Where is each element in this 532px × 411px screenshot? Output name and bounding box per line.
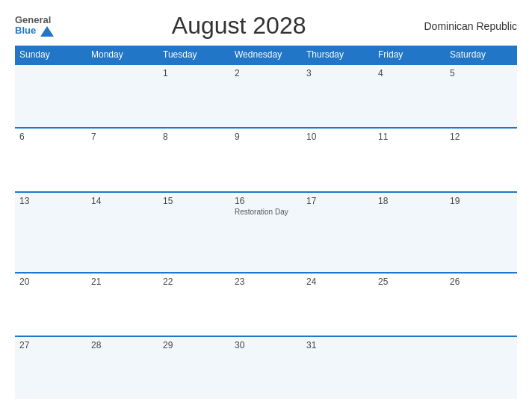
- calendar-cell: 17: [302, 192, 374, 273]
- weekday-header-sunday: Sunday: [15, 46, 87, 64]
- weekday-header-tuesday: Tuesday: [158, 46, 230, 64]
- calendar-cell: 15: [158, 192, 230, 273]
- calendar-week-row: 13141516Restoration Day171819: [15, 192, 517, 273]
- calendar-table: SundayMondayTuesdayWednesdayThursdayFrid…: [15, 46, 517, 399]
- logo-blue-text: Blue: [15, 25, 54, 37]
- svg-marker-0: [40, 26, 54, 37]
- day-number: 19: [450, 196, 460, 206]
- day-number: 30: [235, 340, 244, 350]
- calendar-cell: 31: [302, 336, 374, 399]
- calendar-cell: 14: [87, 192, 158, 273]
- logo-icon: [40, 26, 54, 37]
- calendar-week-row: 20212223242526: [15, 273, 517, 336]
- calendar-cell: 25: [374, 273, 445, 336]
- calendar-cell: [374, 336, 445, 399]
- day-number: 3: [306, 68, 312, 78]
- holiday-label: Restoration Day: [235, 208, 297, 216]
- day-number: 5: [450, 68, 455, 78]
- calendar-cell: 18: [374, 192, 445, 273]
- calendar-week-row: 12345: [15, 64, 517, 128]
- calendar-cell: [87, 64, 158, 128]
- logo-general-text: General: [15, 15, 54, 25]
- page-header: General Blue August 2028 Dominican Repub…: [15, 12, 517, 40]
- calendar-cell: 6: [15, 128, 87, 191]
- day-number: 2: [235, 68, 240, 78]
- day-number: 23: [235, 276, 244, 287]
- day-number: 20: [19, 276, 29, 287]
- calendar-cell: 10: [302, 128, 374, 191]
- calendar-cell: 12: [445, 128, 517, 191]
- day-number: 12: [450, 132, 460, 142]
- calendar-week-row: 2728293031: [15, 336, 517, 399]
- calendar-cell: 20: [15, 273, 87, 336]
- day-number: 6: [19, 132, 25, 142]
- day-number: 27: [19, 340, 29, 350]
- calendar-title: August 2028: [54, 12, 424, 40]
- calendar-cell: 8: [158, 128, 230, 191]
- country-label: Dominican Republic: [424, 20, 517, 32]
- calendar-cell: 29: [158, 336, 230, 399]
- day-number: 8: [163, 132, 168, 142]
- calendar-cell: 11: [374, 128, 445, 191]
- day-number: 22: [163, 276, 173, 287]
- calendar-cell: 26: [445, 273, 517, 336]
- weekday-header-saturday: Saturday: [445, 46, 517, 64]
- day-number: 7: [91, 132, 96, 142]
- day-number: 10: [306, 132, 316, 142]
- calendar-cell: [15, 64, 87, 128]
- day-number: 4: [378, 68, 383, 78]
- calendar-cell: 23: [230, 273, 302, 336]
- weekday-header-wednesday: Wednesday: [230, 46, 302, 64]
- day-number: 11: [378, 132, 388, 142]
- day-number: 17: [306, 196, 316, 206]
- calendar-cell: 1: [158, 64, 230, 128]
- calendar-cell: 5: [445, 64, 517, 128]
- calendar-week-row: 6789101112: [15, 128, 517, 191]
- day-number: 26: [450, 276, 460, 287]
- calendar-cell: 13: [15, 192, 87, 273]
- day-number: 18: [378, 196, 388, 206]
- calendar-cell: 27: [15, 336, 87, 399]
- weekday-header-monday: Monday: [87, 46, 158, 64]
- day-number: 1: [163, 68, 168, 78]
- calendar-cell: 16Restoration Day: [230, 192, 302, 273]
- day-number: 25: [378, 276, 388, 287]
- calendar-cell: 24: [302, 273, 374, 336]
- day-number: 14: [91, 196, 101, 206]
- calendar-cell: [445, 336, 517, 399]
- weekday-header-row: SundayMondayTuesdayWednesdayThursdayFrid…: [15, 46, 517, 64]
- day-number: 15: [163, 196, 173, 206]
- calendar-cell: 19: [445, 192, 517, 273]
- day-number: 13: [19, 196, 29, 206]
- day-number: 24: [306, 276, 316, 287]
- calendar-cell: 9: [230, 128, 302, 191]
- calendar-cell: 3: [302, 64, 374, 128]
- day-number: 31: [306, 340, 316, 350]
- calendar-cell: 28: [87, 336, 158, 399]
- day-number: 9: [235, 132, 240, 142]
- calendar-cell: 7: [87, 128, 158, 191]
- calendar-cell: 30: [230, 336, 302, 399]
- calendar-cell: 21: [87, 273, 158, 336]
- calendar-cell: 4: [374, 64, 445, 128]
- day-number: 29: [163, 340, 173, 350]
- calendar-cell: 22: [158, 273, 230, 336]
- weekday-header-thursday: Thursday: [302, 46, 374, 64]
- logo: General Blue: [15, 15, 54, 37]
- weekday-header-friday: Friday: [374, 46, 445, 64]
- day-number: 28: [91, 340, 101, 350]
- calendar-cell: 2: [230, 64, 302, 128]
- day-number: 21: [91, 276, 101, 287]
- day-number: 16: [235, 196, 244, 206]
